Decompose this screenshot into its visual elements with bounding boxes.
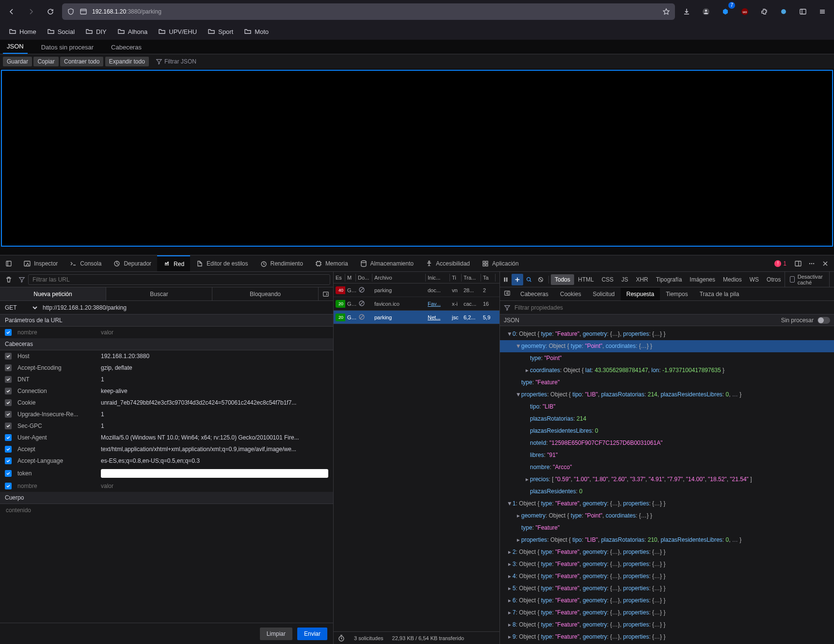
filter-chip[interactable]: JS bbox=[617, 274, 632, 285]
devtools-tab-debugger[interactable]: Depurador bbox=[107, 255, 157, 271]
lp-subtab[interactable]: Nueva petición bbox=[0, 287, 106, 300]
checkbox-icon[interactable] bbox=[5, 376, 12, 383]
header-row[interactable]: Connectionkeep-alive bbox=[0, 385, 333, 397]
raw-toggle[interactable] bbox=[818, 317, 830, 324]
ublock-icon[interactable]: uo bbox=[737, 4, 753, 19]
back-button[interactable] bbox=[4, 4, 19, 19]
devtools-tab-app[interactable]: Aplicación bbox=[476, 255, 525, 271]
checkbox-icon[interactable] bbox=[5, 457, 12, 464]
col-header[interactable]: Ti bbox=[450, 274, 462, 282]
devtools-tab-network[interactable]: Red bbox=[157, 255, 190, 271]
checkbox-icon[interactable] bbox=[5, 388, 12, 394]
throttling-select[interactable]: Sin limitación bbox=[829, 272, 834, 287]
devtools-tab-inspector[interactable]: Inspector bbox=[17, 255, 64, 271]
checkbox-icon[interactable] bbox=[5, 353, 12, 360]
ext-icon-2[interactable] bbox=[776, 4, 791, 19]
json-tab[interactable]: JSON bbox=[3, 40, 28, 54]
header-row[interactable]: Upgrade-Insecure-Re...1 bbox=[0, 408, 333, 420]
bookmark-item[interactable]: UPV/EHU bbox=[154, 26, 201, 37]
tree-row[interactable]: ▼properties: Object { tipo: "LIB", plaza… bbox=[500, 389, 834, 401]
response-tab[interactable]: Cabeceras bbox=[514, 288, 554, 300]
tree-row[interactable]: noteId: "12598E650F907CF7C1257D6B0031061… bbox=[500, 437, 834, 449]
response-tab[interactable]: Tiempos bbox=[660, 288, 694, 300]
response-tab[interactable]: Cookies bbox=[554, 288, 587, 300]
bookmark-item[interactable]: DIY bbox=[81, 26, 111, 37]
devtools-tab-memory[interactable]: Memoria bbox=[309, 255, 354, 271]
col-header[interactable]: Tra... bbox=[462, 274, 481, 282]
trash-icon[interactable] bbox=[3, 274, 15, 285]
header-row[interactable]: User-AgentMozilla/5.0 (Windows NT 10.0; … bbox=[0, 432, 333, 443]
forward-button[interactable] bbox=[23, 4, 39, 19]
json-toolbar-button[interactable]: Contraer todo bbox=[60, 57, 103, 66]
bookmark-item[interactable]: Home bbox=[5, 26, 40, 37]
checkbox-icon[interactable] bbox=[5, 423, 12, 429]
col-header[interactable]: Ta bbox=[481, 274, 496, 282]
tree-row[interactable]: plazasResidentesLibres: 0 bbox=[500, 425, 834, 437]
col-header[interactable]: Es bbox=[334, 274, 345, 282]
extensions-icon[interactable] bbox=[756, 4, 772, 19]
filter-chip[interactable]: Tipografía bbox=[652, 274, 686, 285]
header-row[interactable]: Accept-Languagees-ES,es;q=0.8,en-US;q=0.… bbox=[0, 455, 333, 467]
checkbox-icon[interactable] bbox=[5, 446, 12, 453]
close-icon[interactable] bbox=[819, 258, 831, 269]
col-header[interactable]: Archivo bbox=[372, 274, 426, 282]
json-tree[interactable]: ▼0: Object { type: "Feature", geometry: … bbox=[500, 326, 834, 644]
filter-chip[interactable]: Todos bbox=[551, 274, 574, 285]
header-row[interactable]: Accepttext/html,application/xhtml+xml,ap… bbox=[0, 443, 333, 455]
response-tab[interactable]: Traza de la pila bbox=[694, 288, 745, 300]
bookmark-item[interactable]: Sport bbox=[204, 26, 237, 37]
url-bar[interactable]: 192.168.1.20:3880/parking bbox=[62, 3, 675, 20]
downloads-icon[interactable] bbox=[679, 4, 694, 19]
block-icon[interactable] bbox=[535, 274, 546, 285]
tree-row[interactable]: ▸4: Object { type: "Feature", geometry: … bbox=[500, 570, 834, 582]
clear-button[interactable]: Limpiar bbox=[260, 628, 292, 640]
star-icon[interactable] bbox=[662, 8, 670, 16]
tree-row[interactable]: ▸2: Object { type: "Feature", geometry: … bbox=[500, 546, 834, 558]
tree-row[interactable]: ▸6: Object { type: "Feature", geometry: … bbox=[500, 595, 834, 607]
tree-row[interactable]: ▸9: Object { type: "Feature", geometry: … bbox=[500, 631, 834, 643]
col-header[interactable]: Inic... bbox=[426, 274, 450, 282]
json-toolbar-button[interactable]: Copiar bbox=[33, 57, 58, 66]
request-url-input[interactable] bbox=[39, 302, 333, 313]
tree-row[interactable]: ▸geometry: Object { type: "Point", coord… bbox=[500, 510, 834, 522]
tree-row[interactable]: ▸coordinates: Object { lat: 43.305629887… bbox=[500, 364, 834, 377]
devtools-tab-a11y[interactable]: Accesibilidad bbox=[419, 255, 476, 271]
more-icon[interactable] bbox=[806, 258, 818, 269]
tree-row[interactable]: ▸properties: Object { tipo: "LIB", plaza… bbox=[500, 534, 834, 546]
search-icon[interactable] bbox=[523, 274, 535, 285]
filter-chip[interactable]: XHR bbox=[632, 274, 652, 285]
devtools-tab-storage[interactable]: Almacenamiento bbox=[354, 255, 419, 271]
col-header[interactable]: M bbox=[345, 274, 356, 282]
response-tab[interactable]: Solicitud bbox=[587, 288, 620, 300]
tree-row[interactable]: tipo: "LIB" bbox=[500, 401, 834, 413]
toggle-sidebar-icon[interactable] bbox=[500, 287, 514, 301]
account-icon[interactable] bbox=[698, 4, 714, 19]
sidebar-icon[interactable] bbox=[795, 4, 811, 19]
filter-chip[interactable]: WS bbox=[746, 274, 763, 285]
devtools-tab-console[interactable]: Consola bbox=[64, 255, 107, 271]
request-row[interactable]: 20 GE parking Net... jsc 6,2... 5,9 bbox=[334, 311, 499, 324]
tree-row[interactable]: ▸3: Object { type: "Feature", geometry: … bbox=[500, 558, 834, 570]
tree-row[interactable]: type: "Feature" bbox=[500, 377, 834, 389]
tree-row[interactable]: ▼1: Object { type: "Feature", geometry: … bbox=[500, 498, 834, 510]
tree-row[interactable]: ▸7: Object { type: "Feature", geometry: … bbox=[500, 607, 834, 619]
checkbox-icon[interactable] bbox=[5, 329, 12, 336]
checkbox-icon[interactable] bbox=[5, 470, 12, 477]
header-row[interactable]: Host192.168.1.20:3880 bbox=[0, 350, 333, 362]
json-tab[interactable]: Cabeceras bbox=[107, 41, 145, 54]
devtools-tab-perf[interactable]: Rendimiento bbox=[254, 255, 309, 271]
ext-badge-icon[interactable]: 7 bbox=[718, 4, 733, 19]
checkbox-icon[interactable] bbox=[5, 434, 12, 441]
bookmark-item[interactable]: Moto bbox=[240, 26, 273, 37]
error-badge[interactable]: !1 bbox=[770, 260, 790, 267]
tree-row[interactable]: plazasRotatorias: 214 bbox=[500, 413, 834, 425]
checkbox-icon[interactable] bbox=[5, 399, 12, 406]
header-row[interactable]: Sec-GPC1 bbox=[0, 420, 333, 432]
filter-chip[interactable]: Medios bbox=[719, 274, 746, 285]
filter-chip[interactable]: Otros bbox=[763, 274, 785, 285]
filter-chip[interactable]: HTML bbox=[574, 274, 598, 285]
tree-row[interactable]: type: "Point" bbox=[500, 352, 834, 364]
request-row[interactable]: 20 GE favicon.ico Fav... x-i cac... 16 bbox=[334, 297, 499, 311]
header-row[interactable]: DNT1 bbox=[0, 374, 333, 385]
reload-button[interactable] bbox=[43, 4, 58, 19]
